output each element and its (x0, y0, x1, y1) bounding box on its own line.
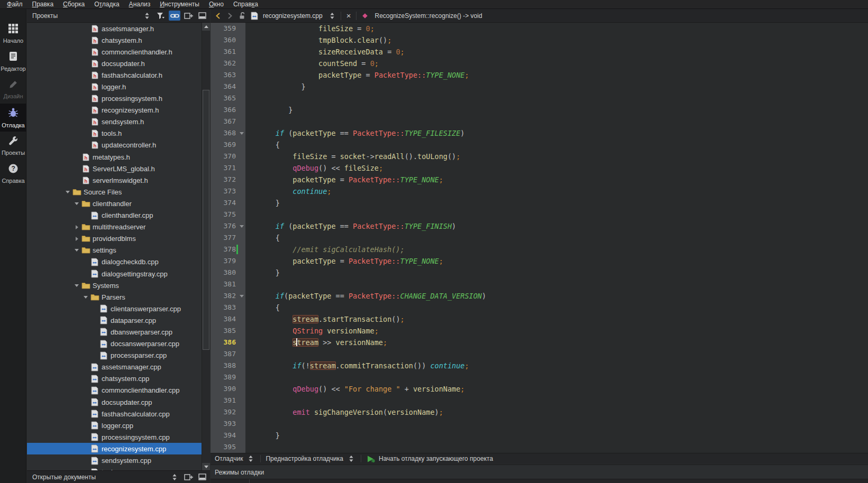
code-line[interactable]: 390qDebug() << "For change " + versionNa… (211, 383, 868, 395)
menu-item[interactable]: Окно (204, 1, 229, 8)
code-line[interactable]: 374} (211, 197, 868, 209)
tree-item[interactable]: Parsers (27, 291, 202, 303)
tree-item[interactable]: hupdatecontroller.h (27, 140, 202, 151)
code-line[interactable]: 382if(packetType == PacketType::CHANGE_D… (211, 290, 868, 302)
code-line[interactable]: 367 (211, 116, 868, 127)
code-editor[interactable]: 359fileSize = 0;360tmpBlock.clear();361s… (211, 23, 868, 453)
tree-item[interactable]: hServerLMS_global.h (27, 163, 202, 174)
code-line[interactable]: 375 (211, 209, 868, 220)
mode-item-grid[interactable]: Начало (0, 20, 26, 48)
menu-item[interactable]: Анализ (124, 1, 156, 8)
code-line[interactable]: 391 (211, 395, 868, 406)
menu-item[interactable]: Инструменты (155, 1, 204, 8)
tree-item[interactable]: hprocessingsystem.h (27, 93, 202, 105)
code-line[interactable]: 388if(!stream.commitTransaction()) conti… (211, 360, 868, 371)
tree-item[interactable]: dbanswerparser.cpp (27, 326, 202, 338)
forward-icon[interactable] (225, 11, 235, 21)
menu-item[interactable]: Отладка (89, 1, 124, 8)
code-line[interactable]: 369{ (211, 139, 868, 151)
sort-icon[interactable] (141, 11, 153, 21)
code-line[interactable]: 365 (211, 92, 868, 104)
tree-item[interactable]: logger.cpp (27, 420, 202, 431)
tree-item[interactable]: hmetatypes.h (27, 151, 202, 163)
mode-item-wrench[interactable]: Проекты (0, 132, 26, 160)
code-line[interactable]: 364} (211, 81, 868, 92)
scroll-down-icon[interactable] (202, 463, 210, 471)
code-line[interactable]: 363packetType = PacketType::TYPE_NONE; (211, 69, 868, 81)
tree-item[interactable]: fasthashcalculator.cpp (27, 408, 202, 420)
expand-right-icon[interactable] (72, 225, 81, 229)
tree-item[interactable]: providerdblms (27, 233, 202, 245)
code-line[interactable]: 373continue; (211, 185, 868, 197)
tree-item[interactable]: commonclienthandler.cpp (27, 385, 202, 396)
expand-down-icon[interactable] (63, 191, 72, 193)
code-line[interactable]: 380} (211, 267, 868, 278)
code-line[interactable]: 370fileSize = socket->readAll().toULong(… (211, 151, 868, 162)
code-line[interactable]: 387 (211, 348, 868, 360)
collapse-icon[interactable] (196, 472, 208, 482)
tree-item[interactable]: Systems (27, 280, 202, 291)
tree-item[interactable]: htools.h (27, 128, 202, 140)
mode-item-pencil[interactable]: Дизайн (0, 76, 26, 104)
tree-item[interactable]: hcommonclienthandler.h (27, 46, 202, 58)
tree-item[interactable]: assetsmanager.cpp (27, 361, 202, 373)
menu-item[interactable]: Сборка (58, 1, 89, 8)
mode-item-editor[interactable]: Редактор (0, 48, 26, 76)
open-file-selector[interactable]: recognizesystem.cpp (263, 12, 323, 20)
code-line[interactable]: 376if (packetType == PacketType::TYPE_FI… (211, 220, 868, 232)
tree-item[interactable]: dataparser.cpp (27, 314, 202, 326)
code-line[interactable]: 361sizeReceiveData = 0; (211, 46, 868, 58)
sort-icon[interactable] (346, 454, 356, 463)
menu-item[interactable]: Правка (28, 1, 59, 8)
tree-item[interactable]: recognizesystem.cpp (27, 443, 202, 454)
start-debug-icon[interactable] (366, 454, 376, 463)
sort-icon[interactable] (327, 11, 337, 21)
scrollbar-thumb[interactable] (203, 90, 209, 350)
scroll-up-icon[interactable] (202, 23, 210, 31)
code-line[interactable]: 362countSend = 0; (211, 58, 868, 69)
collapse-icon[interactable] (196, 11, 208, 21)
expand-down-icon[interactable] (81, 296, 90, 299)
debugger-selector[interactable]: Отладчик (215, 455, 243, 462)
code-line[interactable]: 393 (211, 418, 868, 430)
code-line[interactable]: 383{ (211, 302, 868, 313)
tree-scrollbar[interactable] (202, 23, 210, 471)
menu-item[interactable]: Файл (2, 1, 28, 8)
filter-icon[interactable] (155, 11, 167, 21)
expand-down-icon[interactable] (72, 249, 81, 252)
lock-icon[interactable] (237, 11, 247, 21)
mode-item-help[interactable]: ?Справка (0, 160, 26, 188)
code-line[interactable]: 389 (211, 371, 868, 383)
back-icon[interactable] (213, 11, 223, 21)
fold-marker-icon[interactable] (240, 295, 244, 298)
mode-item-bug[interactable]: Отладка (0, 104, 26, 132)
tree-item[interactable]: docsupdater.cpp (27, 396, 202, 408)
tree-item[interactable]: dialogcheckdb.cpp (27, 256, 202, 268)
tree-item[interactable]: hdocsupdater.h (27, 58, 202, 69)
code-line[interactable]: 386stream >> versionName; (211, 337, 868, 348)
sort-icon[interactable] (169, 472, 180, 482)
tree-item[interactable]: hserverlmswidget.h (27, 174, 202, 186)
code-line[interactable]: 379packetType = PacketType::TYPE_NONE; (211, 255, 868, 267)
code-line[interactable]: 359fileSize = 0; (211, 23, 868, 34)
tree-item[interactable]: hfasthashcalculator.h (27, 69, 202, 81)
tree-item[interactable]: processingsystem.cpp (27, 431, 202, 443)
code-line[interactable]: 392emit sigChangeVersion(versionName); (211, 406, 868, 418)
tree-item[interactable]: hchatsystem.h (27, 34, 202, 46)
expand-right-icon[interactable] (72, 237, 81, 241)
code-line[interactable]: 395 (211, 441, 868, 453)
tree-item[interactable]: hlogger.h (27, 81, 202, 92)
expand-down-icon[interactable] (72, 284, 81, 287)
tree-item[interactable]: hsendsystem.h (27, 116, 202, 128)
split-add-icon[interactable] (182, 11, 194, 21)
tree-item[interactable]: hrecognizesystem.h (27, 105, 202, 116)
code-line[interactable]: 394} (211, 430, 868, 441)
link-icon[interactable] (169, 11, 180, 21)
split-add-icon[interactable] (182, 472, 194, 482)
code-line[interactable]: 371qDebug() << fileSize; (211, 162, 868, 174)
code-line[interactable]: 381 (211, 278, 868, 290)
fold-marker-icon[interactable] (240, 132, 244, 135)
tree-item[interactable]: clientanswerparser.cpp (27, 303, 202, 314)
tree-item[interactable]: docsanswerparser.cpp (27, 338, 202, 350)
code-line[interactable]: 384stream.startTransaction(); (211, 313, 868, 325)
